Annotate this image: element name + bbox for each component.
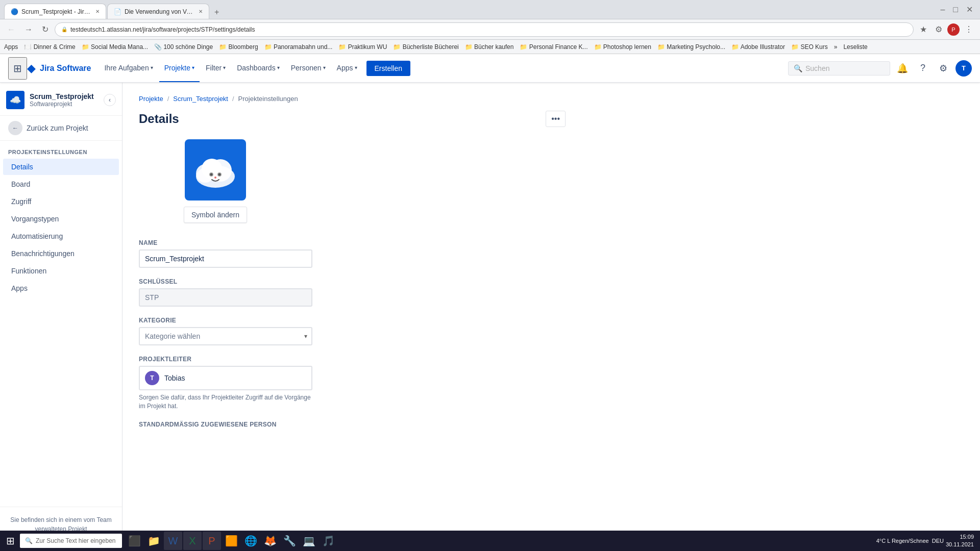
nav-right: 🔍 Suchen 🔔 ? ⚙ T	[788, 60, 972, 77]
more-options-button[interactable]: •••	[546, 111, 566, 127]
bookmark-buechliste[interactable]: 📁 Bücherliste Bücherei	[393, 43, 458, 51]
bookmark-apps[interactable]: Apps	[4, 43, 18, 51]
forward-button[interactable]: →	[21, 23, 36, 36]
bookmark-finance[interactable]: 📁 Personal Finance K...	[520, 43, 587, 51]
sidebar-item-vorgangstypen[interactable]: Vorgangstypen	[3, 211, 119, 227]
tab2-label: Die Verwendung von Versionen ...	[125, 8, 193, 15]
browser-maximize[interactable]: □	[950, 3, 961, 16]
user-avatar-button[interactable]: T	[955, 60, 972, 77]
notifications-button[interactable]: 🔔	[894, 60, 911, 77]
bookmarks-bar: Apps 🍽️ Dinner & Crime 📁 Social Media Ma…	[0, 40, 980, 54]
tab-favicon: 🔵	[11, 8, 18, 15]
profile-btn[interactable]: P	[947, 23, 960, 36]
back-button[interactable]: ←	[4, 23, 18, 36]
bookmark-100[interactable]: 📎 100 schöne Dinge	[154, 43, 213, 51]
taskbar-word[interactable]: W	[164, 532, 182, 550]
bookmark-photoshop[interactable]: 📁 Photoshop lernen	[594, 43, 651, 51]
bookmark-bloomberg[interactable]: 📁 Bloomberg	[219, 43, 258, 51]
taskbar-powerpoint[interactable]: P	[203, 532, 221, 550]
settings-button[interactable]: ⚙	[935, 60, 951, 77]
bookmark-social[interactable]: 📁 Social Media Mana...	[82, 43, 148, 51]
bookmark-marketing[interactable]: 📁 Marketing Psycholo...	[657, 43, 725, 51]
name-input[interactable]	[139, 249, 312, 268]
sidebar-collapse-button[interactable]: ‹	[104, 94, 116, 106]
help-button[interactable]: ?	[915, 60, 931, 77]
breadcrumb-settings: Projekteinstellungen	[238, 95, 298, 103]
bookmark-kauf[interactable]: 📁 Bücher kaufen	[465, 43, 514, 51]
leader-name: Tobias	[164, 374, 185, 382]
nav-projekte[interactable]: Projekte ▾	[159, 54, 200, 82]
browser-tab-active[interactable]: 🔵 Scrum_Testprojekt - Jira - ✕	[4, 4, 106, 19]
lock-icon: 🔒	[61, 27, 67, 32]
sidebar-item-details[interactable]: Details	[3, 159, 119, 175]
bookmark-seo[interactable]: 📁 SEO Kurs	[791, 43, 828, 51]
taskbar-app-8[interactable]: 🔧	[280, 532, 299, 550]
svg-point-7	[210, 173, 213, 176]
sidebar-item-board[interactable]: Board	[3, 176, 119, 192]
tab2-favicon: 📄	[114, 8, 121, 15]
address-bar[interactable]: 🔒 testdeutsch1.atlassian.net/jira/softwa…	[55, 22, 914, 37]
nav-filter[interactable]: Filter ▾	[201, 54, 231, 82]
taskbar-apps: ⬛ 📁 W X P 🟧 🌐 🦊 🔧 💻 🎵	[125, 532, 337, 550]
taskbar-app-10[interactable]: 🎵	[319, 532, 337, 550]
taskbar-weather: 4°C L Regen/Schnee	[876, 538, 929, 544]
taskbar-right: 4°C L Regen/Schnee DEU 15:09 30.11.2021	[876, 533, 978, 549]
start-button[interactable]: ⊞	[2, 533, 19, 549]
search-bar[interactable]: 🔍 Suchen	[788, 61, 890, 76]
page-title: Details	[139, 112, 179, 126]
taskbar-explorer[interactable]: 📁	[144, 532, 163, 550]
jira-logo[interactable]: ◆ Jira Software	[27, 62, 91, 75]
extensions-btn[interactable]: ⚙	[932, 22, 945, 36]
category-select[interactable]: Kategorie wählen	[139, 327, 312, 345]
tab2-close-icon[interactable]: ✕	[199, 9, 203, 14]
new-tab-button[interactable]: +	[210, 6, 223, 19]
change-icon-button[interactable]: Symbol ändern	[184, 207, 247, 223]
taskbar-firefox[interactable]: 🦊	[261, 532, 279, 550]
bookmark-panorama[interactable]: 📁 Panoramabahn und...	[264, 43, 333, 51]
sidebar-item-benachrichtigungen[interactable]: Benachrichtigungen	[3, 245, 119, 262]
browser-close[interactable]: ✕	[963, 3, 976, 16]
bookmark-more[interactable]: »	[834, 43, 838, 51]
taskbar-search[interactable]: 🔍 Zur Suche Text hier eingeben	[20, 534, 122, 548]
breadcrumb-sep-1: /	[167, 95, 169, 103]
browser-minimize[interactable]: –	[937, 3, 948, 16]
bookmark-dinner[interactable]: 🍽️ Dinner & Crime	[24, 43, 75, 51]
taskbar-app-9[interactable]: 💻	[300, 532, 318, 550]
menu-btn[interactable]: ⋮	[962, 22, 976, 36]
breadcrumb-testprojekt[interactable]: Scrum_Testprojekt	[173, 95, 228, 103]
toolbar-right: ★ ⚙ P ⋮	[917, 22, 976, 36]
bookmark-praktikum[interactable]: 📁 Praktikum WU	[338, 43, 387, 51]
sidebar-item-automatisierung[interactable]: Automatisierung	[3, 228, 119, 244]
breadcrumb-projekte[interactable]: Projekte	[139, 95, 163, 103]
nav-aufgaben[interactable]: Ihre Aufgaben ▾	[99, 54, 158, 82]
sidebar-back-label: Zurück zum Projekt	[27, 124, 88, 132]
taskbar-task-view[interactable]: ⬛	[125, 532, 143, 550]
nav-dashboards[interactable]: Dashboards ▾	[232, 54, 285, 82]
sidebar-project-name: Scrum_Testprojekt	[30, 92, 99, 101]
sidebar-item-apps[interactable]: Apps	[3, 280, 119, 296]
bookmark-star[interactable]: ★	[917, 22, 930, 36]
aufgaben-arrow: ▾	[151, 65, 153, 70]
grid-menu-button[interactable]: ⊞	[8, 57, 27, 80]
name-label: Name	[139, 239, 312, 246]
url-text: testdeutsch1.atlassian.net/jira/software…	[70, 26, 255, 33]
taskbar-date: 30.11.2021	[946, 541, 974, 548]
reload-button[interactable]: ↻	[39, 22, 52, 36]
create-button[interactable]: Erstellen	[366, 61, 410, 76]
sidebar-project-info: Scrum_Testprojekt Softwareprojekt	[30, 92, 99, 108]
sidebar-back-link[interactable]: ← Zurück zum Projekt	[0, 116, 122, 141]
projekte-arrow: ▾	[192, 65, 194, 70]
leader-field[interactable]: T Tobias	[139, 366, 312, 390]
sidebar-item-zugriff[interactable]: Zugriff	[3, 193, 119, 210]
sidebar-header: ☁️ Scrum_Testprojekt Softwareprojekt ‹	[0, 83, 122, 116]
browser-tab-2[interactable]: 📄 Die Verwendung von Versionen ... ✕	[107, 4, 209, 19]
bookmark-leseliste[interactable]: Leseliste	[843, 43, 867, 51]
bookmark-illustrator[interactable]: 📁 Adobe Illustrator	[731, 43, 785, 51]
taskbar-app-5[interactable]: 🟧	[222, 532, 240, 550]
nav-apps[interactable]: Apps ▾	[332, 54, 362, 82]
nav-personen[interactable]: Personen ▾	[286, 54, 331, 82]
tab-close-icon[interactable]: ✕	[95, 9, 100, 14]
taskbar-chrome[interactable]: 🌐	[241, 532, 260, 550]
taskbar-excel[interactable]: X	[183, 532, 202, 550]
sidebar-item-funktionen[interactable]: Funktionen	[3, 263, 119, 279]
